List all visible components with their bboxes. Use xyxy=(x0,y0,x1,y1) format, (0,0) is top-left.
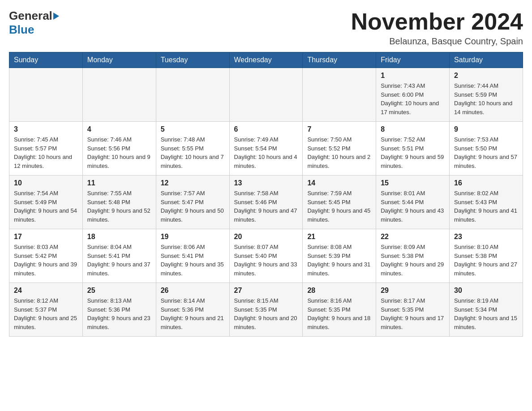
day-number: 1 xyxy=(381,72,445,80)
day-number: 2 xyxy=(454,72,518,80)
day-number: 6 xyxy=(234,125,298,133)
day-info: Sunrise: 7:55 AMSunset: 5:48 PMDaylight:… xyxy=(87,189,151,224)
logo: General Blue xyxy=(9,9,59,37)
calendar-cell: 8Sunrise: 7:52 AMSunset: 5:51 PMDaylight… xyxy=(376,122,450,176)
page-header: General Blue November 2024 Belaunza, Bas… xyxy=(9,9,523,47)
day-number: 3 xyxy=(14,125,78,133)
day-info: Sunrise: 7:46 AMSunset: 5:56 PMDaylight:… xyxy=(87,135,151,170)
day-number: 24 xyxy=(14,287,78,295)
calendar-cell: 29Sunrise: 8:17 AMSunset: 5:35 PMDayligh… xyxy=(376,283,450,337)
day-number: 22 xyxy=(381,233,445,241)
header-cell-monday: Monday xyxy=(82,52,156,68)
calendar-cell xyxy=(156,68,229,122)
header-cell-tuesday: Tuesday xyxy=(156,52,229,68)
title-block: November 2024 Belaunza, Basque Country, … xyxy=(351,9,523,47)
day-info: Sunrise: 7:52 AMSunset: 5:51 PMDaylight:… xyxy=(381,135,445,170)
day-number: 21 xyxy=(307,233,371,241)
week-row-2: 3Sunrise: 7:45 AMSunset: 5:57 PMDaylight… xyxy=(9,122,523,176)
day-number: 13 xyxy=(234,179,298,187)
day-number: 18 xyxy=(87,233,151,241)
day-number: 17 xyxy=(14,233,78,241)
day-info: Sunrise: 7:58 AMSunset: 5:46 PMDaylight:… xyxy=(234,189,298,224)
day-info: Sunrise: 7:59 AMSunset: 5:45 PMDaylight:… xyxy=(307,189,371,224)
calendar-cell: 11Sunrise: 7:55 AMSunset: 5:48 PMDayligh… xyxy=(82,176,156,229)
week-row-3: 10Sunrise: 7:54 AMSunset: 5:49 PMDayligh… xyxy=(9,176,523,229)
calendar-body: 1Sunrise: 7:43 AMSunset: 6:00 PMDaylight… xyxy=(9,68,523,337)
day-info: Sunrise: 7:49 AMSunset: 5:54 PMDaylight:… xyxy=(234,135,298,170)
day-number: 23 xyxy=(454,233,518,241)
calendar-cell: 4Sunrise: 7:46 AMSunset: 5:56 PMDaylight… xyxy=(82,122,156,176)
calendar-cell: 9Sunrise: 7:53 AMSunset: 5:50 PMDaylight… xyxy=(450,122,523,176)
calendar-cell: 5Sunrise: 7:48 AMSunset: 5:55 PMDaylight… xyxy=(156,122,229,176)
day-info: Sunrise: 8:19 AMSunset: 5:34 PMDaylight:… xyxy=(454,296,518,331)
day-info: Sunrise: 7:44 AMSunset: 5:59 PMDaylight:… xyxy=(454,81,518,116)
calendar-cell: 23Sunrise: 8:10 AMSunset: 5:38 PMDayligh… xyxy=(450,229,523,283)
day-number: 11 xyxy=(87,179,151,187)
day-info: Sunrise: 7:50 AMSunset: 5:52 PMDaylight:… xyxy=(307,135,371,170)
day-number: 7 xyxy=(307,125,371,133)
calendar-cell: 13Sunrise: 7:58 AMSunset: 5:46 PMDayligh… xyxy=(229,176,303,229)
week-row-1: 1Sunrise: 7:43 AMSunset: 6:00 PMDaylight… xyxy=(9,68,523,122)
day-number: 10 xyxy=(14,179,78,187)
day-info: Sunrise: 8:12 AMSunset: 5:37 PMDaylight:… xyxy=(14,296,78,331)
day-number: 9 xyxy=(454,125,518,133)
week-row-5: 24Sunrise: 8:12 AMSunset: 5:37 PMDayligh… xyxy=(9,283,523,337)
day-info: Sunrise: 8:07 AMSunset: 5:40 PMDaylight:… xyxy=(234,243,298,278)
day-info: Sunrise: 8:16 AMSunset: 5:35 PMDaylight:… xyxy=(307,296,371,331)
calendar-cell xyxy=(303,68,376,122)
calendar-cell: 15Sunrise: 8:01 AMSunset: 5:44 PMDayligh… xyxy=(376,176,450,229)
header-cell-thursday: Thursday xyxy=(303,52,376,68)
day-info: Sunrise: 7:57 AMSunset: 5:47 PMDaylight:… xyxy=(161,189,225,224)
day-info: Sunrise: 7:48 AMSunset: 5:55 PMDaylight:… xyxy=(161,135,225,170)
calendar-cell: 30Sunrise: 8:19 AMSunset: 5:34 PMDayligh… xyxy=(450,283,523,337)
logo-triangle-icon xyxy=(53,13,59,20)
day-info: Sunrise: 7:53 AMSunset: 5:50 PMDaylight:… xyxy=(454,135,518,170)
day-info: Sunrise: 7:45 AMSunset: 5:57 PMDaylight:… xyxy=(14,135,78,170)
day-info: Sunrise: 8:08 AMSunset: 5:39 PMDaylight:… xyxy=(307,243,371,278)
calendar-cell: 2Sunrise: 7:44 AMSunset: 5:59 PMDaylight… xyxy=(450,68,523,122)
calendar-cell: 16Sunrise: 8:02 AMSunset: 5:43 PMDayligh… xyxy=(450,176,523,229)
logo-blue-text: Blue xyxy=(9,23,34,37)
header-cell-friday: Friday xyxy=(376,52,450,68)
calendar-cell: 27Sunrise: 8:15 AMSunset: 5:35 PMDayligh… xyxy=(229,283,303,337)
calendar-cell: 17Sunrise: 8:03 AMSunset: 5:42 PMDayligh… xyxy=(9,229,83,283)
day-number: 5 xyxy=(161,125,225,133)
day-number: 12 xyxy=(161,179,225,187)
day-number: 28 xyxy=(307,287,371,295)
calendar-cell: 25Sunrise: 8:13 AMSunset: 5:36 PMDayligh… xyxy=(82,283,156,337)
calendar-table: SundayMondayTuesdayWednesdayThursdayFrid… xyxy=(9,52,523,337)
calendar-cell xyxy=(229,68,303,122)
day-number: 27 xyxy=(234,287,298,295)
day-info: Sunrise: 8:04 AMSunset: 5:41 PMDaylight:… xyxy=(87,243,151,278)
day-info: Sunrise: 8:10 AMSunset: 5:38 PMDaylight:… xyxy=(454,243,518,278)
calendar-cell: 28Sunrise: 8:16 AMSunset: 5:35 PMDayligh… xyxy=(303,283,376,337)
day-info: Sunrise: 8:06 AMSunset: 5:41 PMDaylight:… xyxy=(161,243,225,278)
calendar-cell: 26Sunrise: 8:14 AMSunset: 5:36 PMDayligh… xyxy=(156,283,229,337)
month-title: November 2024 xyxy=(351,9,523,34)
calendar-cell: 6Sunrise: 7:49 AMSunset: 5:54 PMDaylight… xyxy=(229,122,303,176)
day-number: 20 xyxy=(234,233,298,241)
day-info: Sunrise: 8:14 AMSunset: 5:36 PMDaylight:… xyxy=(161,296,225,331)
day-info: Sunrise: 8:03 AMSunset: 5:42 PMDaylight:… xyxy=(14,243,78,278)
day-info: Sunrise: 8:13 AMSunset: 5:36 PMDaylight:… xyxy=(87,296,151,331)
calendar-cell: 18Sunrise: 8:04 AMSunset: 5:41 PMDayligh… xyxy=(82,229,156,283)
day-number: 14 xyxy=(307,179,371,187)
logo-general-text: General xyxy=(9,9,52,23)
location-text: Belaunza, Basque Country, Spain xyxy=(351,36,523,47)
day-info: Sunrise: 8:15 AMSunset: 5:35 PMDaylight:… xyxy=(234,296,298,331)
day-number: 15 xyxy=(381,179,445,187)
calendar-cell: 12Sunrise: 7:57 AMSunset: 5:47 PMDayligh… xyxy=(156,176,229,229)
day-number: 25 xyxy=(87,287,151,295)
day-number: 26 xyxy=(161,287,225,295)
header-cell-wednesday: Wednesday xyxy=(229,52,303,68)
day-info: Sunrise: 7:54 AMSunset: 5:49 PMDaylight:… xyxy=(14,189,78,224)
calendar-cell: 10Sunrise: 7:54 AMSunset: 5:49 PMDayligh… xyxy=(9,176,83,229)
day-number: 4 xyxy=(87,125,151,133)
calendar-header: SundayMondayTuesdayWednesdayThursdayFrid… xyxy=(9,52,523,68)
day-number: 30 xyxy=(454,287,518,295)
day-info: Sunrise: 8:09 AMSunset: 5:38 PMDaylight:… xyxy=(381,243,445,278)
calendar-cell: 3Sunrise: 7:45 AMSunset: 5:57 PMDaylight… xyxy=(9,122,83,176)
calendar-cell: 24Sunrise: 8:12 AMSunset: 5:37 PMDayligh… xyxy=(9,283,83,337)
week-row-4: 17Sunrise: 8:03 AMSunset: 5:42 PMDayligh… xyxy=(9,229,523,283)
day-info: Sunrise: 8:02 AMSunset: 5:43 PMDaylight:… xyxy=(454,189,518,224)
